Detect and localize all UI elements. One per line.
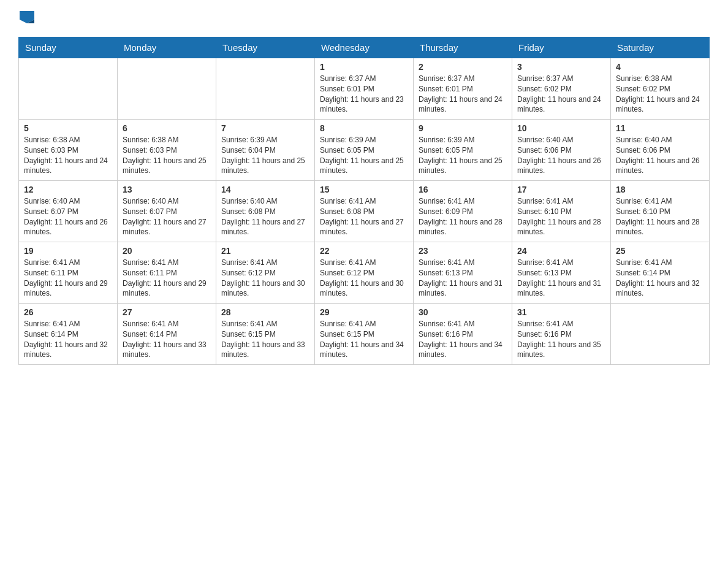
day-number: 6: [123, 123, 211, 133]
calendar-cell: 9Sunrise: 6:39 AMSunset: 6:05 PMDaylight…: [414, 120, 512, 181]
day-number: 10: [517, 123, 605, 133]
calendar-cell: 7Sunrise: 6:39 AMSunset: 6:04 PMDaylight…: [216, 120, 315, 181]
week-row-4: 19Sunrise: 6:41 AMSunset: 6:11 PMDayligh…: [19, 242, 710, 304]
calendar-cell: 18Sunrise: 6:41 AMSunset: 6:10 PMDayligh…: [611, 181, 710, 242]
day-info: Sunrise: 6:41 AMSunset: 6:12 PMDaylight:…: [320, 258, 408, 299]
day-info: Sunrise: 6:38 AMSunset: 6:03 PMDaylight:…: [123, 135, 211, 176]
day-info: Sunrise: 6:39 AMSunset: 6:04 PMDaylight:…: [221, 135, 309, 176]
day-info: Sunrise: 6:41 AMSunset: 6:15 PMDaylight:…: [320, 319, 408, 360]
day-number: 25: [616, 246, 704, 256]
calendar-cell: 28Sunrise: 6:41 AMSunset: 6:15 PMDayligh…: [216, 304, 315, 365]
day-info: Sunrise: 6:39 AMSunset: 6:05 PMDaylight:…: [320, 135, 408, 176]
day-number: 24: [517, 246, 605, 256]
calendar-cell: 2Sunrise: 6:37 AMSunset: 6:01 PMDaylight…: [414, 58, 512, 120]
day-info: Sunrise: 6:41 AMSunset: 6:09 PMDaylight:…: [419, 196, 507, 237]
calendar-cell: 3Sunrise: 6:37 AMSunset: 6:02 PMDaylight…: [512, 58, 611, 120]
day-info: Sunrise: 6:40 AMSunset: 6:08 PMDaylight:…: [221, 196, 309, 237]
calendar-cell: 31Sunrise: 6:41 AMSunset: 6:16 PMDayligh…: [512, 304, 611, 365]
day-info: Sunrise: 6:41 AMSunset: 6:10 PMDaylight:…: [616, 196, 704, 237]
day-number: 4: [616, 62, 704, 72]
calendar-cell: 25Sunrise: 6:41 AMSunset: 6:14 PMDayligh…: [611, 242, 710, 304]
calendar-cell: 11Sunrise: 6:40 AMSunset: 6:06 PMDayligh…: [611, 120, 710, 181]
day-number: 27: [123, 307, 211, 317]
calendar-cell: 6Sunrise: 6:38 AMSunset: 6:03 PMDaylight…: [118, 120, 216, 181]
day-number: 22: [320, 246, 408, 256]
calendar-cell: 15Sunrise: 6:41 AMSunset: 6:08 PMDayligh…: [315, 181, 414, 242]
header-row: SundayMondayTuesdayWednesdayThursdayFrid…: [19, 37, 710, 58]
calendar-cell: [611, 304, 710, 365]
day-info: Sunrise: 6:41 AMSunset: 6:15 PMDaylight:…: [221, 319, 309, 360]
day-number: 1: [320, 62, 408, 72]
calendar-cell: 27Sunrise: 6:41 AMSunset: 6:14 PMDayligh…: [118, 304, 216, 365]
day-info: Sunrise: 6:37 AMSunset: 6:01 PMDaylight:…: [320, 74, 408, 115]
day-info: Sunrise: 6:41 AMSunset: 6:11 PMDaylight:…: [24, 258, 112, 299]
calendar-cell: [216, 58, 315, 120]
calendar-table: SundayMondayTuesdayWednesdayThursdayFrid…: [18, 37, 710, 365]
day-number: 3: [517, 62, 605, 72]
logo: [18, 12, 36, 25]
day-number: 18: [616, 185, 704, 194]
day-info: Sunrise: 6:40 AMSunset: 6:06 PMDaylight:…: [616, 135, 704, 176]
calendar-cell: 1Sunrise: 6:37 AMSunset: 6:01 PMDaylight…: [315, 58, 414, 120]
day-number: 23: [419, 246, 507, 256]
day-number: 28: [221, 307, 309, 317]
day-info: Sunrise: 6:41 AMSunset: 6:11 PMDaylight:…: [123, 258, 211, 299]
calendar-cell: 21Sunrise: 6:41 AMSunset: 6:12 PMDayligh…: [216, 242, 315, 304]
day-number: 19: [24, 246, 112, 256]
day-info: Sunrise: 6:41 AMSunset: 6:10 PMDaylight:…: [517, 196, 605, 237]
column-header-monday: Monday: [118, 37, 216, 58]
calendar-cell: 19Sunrise: 6:41 AMSunset: 6:11 PMDayligh…: [19, 242, 118, 304]
column-header-sunday: Sunday: [19, 37, 118, 58]
day-number: 31: [517, 307, 605, 317]
day-number: 13: [123, 185, 211, 194]
day-number: 15: [320, 185, 408, 194]
calendar-cell: 14Sunrise: 6:40 AMSunset: 6:08 PMDayligh…: [216, 181, 315, 242]
calendar-cell: 26Sunrise: 6:41 AMSunset: 6:14 PMDayligh…: [19, 304, 118, 365]
day-info: Sunrise: 6:40 AMSunset: 6:06 PMDaylight:…: [517, 135, 605, 176]
day-info: Sunrise: 6:39 AMSunset: 6:05 PMDaylight:…: [419, 135, 507, 176]
day-info: Sunrise: 6:41 AMSunset: 6:13 PMDaylight:…: [517, 258, 605, 299]
week-row-5: 26Sunrise: 6:41 AMSunset: 6:14 PMDayligh…: [19, 304, 710, 365]
day-number: 11: [616, 123, 704, 133]
day-info: Sunrise: 6:40 AMSunset: 6:07 PMDaylight:…: [24, 196, 112, 237]
day-info: Sunrise: 6:38 AMSunset: 6:03 PMDaylight:…: [24, 135, 112, 176]
column-header-friday: Friday: [512, 37, 611, 58]
day-number: 14: [221, 185, 309, 194]
day-number: 17: [517, 185, 605, 194]
week-row-1: 1Sunrise: 6:37 AMSunset: 6:01 PMDaylight…: [19, 58, 710, 120]
day-number: 12: [24, 185, 112, 194]
day-number: 2: [419, 62, 507, 72]
day-info: Sunrise: 6:40 AMSunset: 6:07 PMDaylight:…: [123, 196, 211, 237]
calendar-cell: 16Sunrise: 6:41 AMSunset: 6:09 PMDayligh…: [414, 181, 512, 242]
calendar-cell: 12Sunrise: 6:40 AMSunset: 6:07 PMDayligh…: [19, 181, 118, 242]
day-number: 7: [221, 123, 309, 133]
day-info: Sunrise: 6:41 AMSunset: 6:14 PMDaylight:…: [123, 319, 211, 360]
calendar-cell: 5Sunrise: 6:38 AMSunset: 6:03 PMDaylight…: [19, 120, 118, 181]
day-number: 21: [221, 246, 309, 256]
day-number: 26: [24, 307, 112, 317]
day-number: 9: [419, 123, 507, 133]
calendar-cell: [118, 58, 216, 120]
calendar-cell: 13Sunrise: 6:40 AMSunset: 6:07 PMDayligh…: [118, 181, 216, 242]
day-number: 8: [320, 123, 408, 133]
day-info: Sunrise: 6:41 AMSunset: 6:08 PMDaylight:…: [320, 196, 408, 237]
logo-icon: [20, 11, 34, 23]
day-number: 29: [320, 307, 408, 317]
calendar-cell: 17Sunrise: 6:41 AMSunset: 6:10 PMDayligh…: [512, 181, 611, 242]
calendar-cell: 8Sunrise: 6:39 AMSunset: 6:05 PMDaylight…: [315, 120, 414, 181]
calendar-cell: 30Sunrise: 6:41 AMSunset: 6:16 PMDayligh…: [414, 304, 512, 365]
day-info: Sunrise: 6:41 AMSunset: 6:16 PMDaylight:…: [419, 319, 507, 360]
day-info: Sunrise: 6:41 AMSunset: 6:12 PMDaylight:…: [221, 258, 309, 299]
calendar-cell: 10Sunrise: 6:40 AMSunset: 6:06 PMDayligh…: [512, 120, 611, 181]
day-number: 20: [123, 246, 211, 256]
day-info: Sunrise: 6:37 AMSunset: 6:01 PMDaylight:…: [419, 74, 507, 115]
calendar-cell: [19, 58, 118, 120]
column-header-tuesday: Tuesday: [216, 37, 315, 58]
day-info: Sunrise: 6:41 AMSunset: 6:14 PMDaylight:…: [616, 258, 704, 299]
page-header: [18, 12, 710, 25]
day-number: 30: [419, 307, 507, 317]
day-number: 5: [24, 123, 112, 133]
calendar-cell: 20Sunrise: 6:41 AMSunset: 6:11 PMDayligh…: [118, 242, 216, 304]
calendar-cell: 4Sunrise: 6:38 AMSunset: 6:02 PMDaylight…: [611, 58, 710, 120]
calendar-cell: 22Sunrise: 6:41 AMSunset: 6:12 PMDayligh…: [315, 242, 414, 304]
